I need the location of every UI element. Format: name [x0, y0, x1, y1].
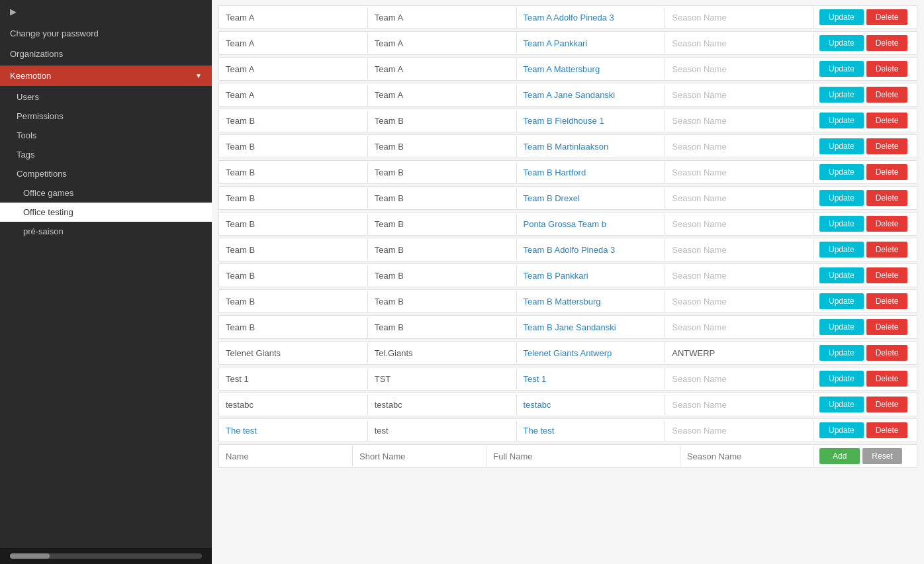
- update-button[interactable]: Update: [819, 87, 864, 103]
- row-name: testabc: [219, 395, 368, 415]
- delete-button[interactable]: Delete: [866, 371, 908, 387]
- row-actions: Update Delete: [814, 367, 917, 390]
- row-actions: Update Delete: [814, 32, 917, 54]
- update-button[interactable]: Update: [819, 138, 864, 154]
- row-season: Season Name: [665, 59, 814, 79]
- row-actions: Update Delete: [814, 238, 917, 261]
- sidebar-item-tools[interactable]: Tools: [0, 126, 212, 145]
- row-actions: Update Delete: [814, 58, 917, 80]
- row-short: Team A: [368, 33, 517, 54]
- table-row: Team A Team A Team A Jane Sandanski Seas…: [218, 83, 917, 107]
- row-full[interactable]: Team B Pankkari: [517, 265, 666, 286]
- add-short-input[interactable]: [353, 446, 486, 467]
- keemotion-org-item[interactable]: Keemotion ▼: [0, 66, 212, 86]
- delete-button[interactable]: Delete: [866, 267, 908, 283]
- row-full[interactable]: The test: [517, 420, 666, 441]
- sidebar-item-competitions[interactable]: Competitions: [0, 164, 212, 183]
- row-season: Season Name: [665, 420, 814, 441]
- row-actions: Update Delete: [814, 264, 917, 287]
- row-actions: Update Delete: [814, 316, 917, 338]
- add-button[interactable]: Add: [819, 448, 860, 464]
- row-season: Season Name: [665, 85, 814, 105]
- add-season-input[interactable]: [680, 446, 814, 467]
- update-button[interactable]: Update: [819, 371, 864, 387]
- delete-button[interactable]: Delete: [866, 138, 908, 154]
- update-button[interactable]: Update: [819, 9, 864, 25]
- sidebar-subitem-office-games[interactable]: Office games: [0, 183, 212, 203]
- row-season: Season Name: [665, 369, 814, 389]
- row-actions: Update Delete: [814, 342, 917, 364]
- update-button[interactable]: Update: [819, 61, 864, 77]
- delete-button[interactable]: Delete: [866, 87, 908, 103]
- delete-button[interactable]: Delete: [866, 190, 908, 206]
- delete-button[interactable]: Delete: [866, 164, 908, 180]
- update-button[interactable]: Update: [819, 242, 864, 258]
- update-button[interactable]: Update: [819, 216, 864, 232]
- organizations-link[interactable]: Organizations: [0, 44, 212, 64]
- row-season: Season Name: [665, 7, 814, 28]
- table-row: Team A Team A Team A Mattersburg Season …: [218, 57, 917, 81]
- sidebar-item-users[interactable]: Users: [0, 87, 212, 107]
- update-button[interactable]: Update: [819, 190, 864, 206]
- update-button[interactable]: Update: [819, 319, 864, 335]
- delete-button[interactable]: Delete: [866, 242, 908, 258]
- row-short: Team B: [368, 111, 517, 131]
- delete-button[interactable]: Delete: [866, 293, 908, 309]
- sidebar-subitem-pre-saison[interactable]: pré-saison: [0, 222, 212, 241]
- update-button[interactable]: Update: [819, 35, 864, 51]
- row-full[interactable]: Team A Pankkari: [517, 33, 666, 54]
- row-name: Team B: [219, 136, 368, 157]
- table-row: Team B Team B Team B Martinlaakson Seaso…: [218, 134, 917, 158]
- row-full[interactable]: Team A Adolfo Pineda 3: [517, 7, 666, 28]
- table-row: testabc testabc testabc Season Name Upda…: [218, 393, 917, 416]
- update-button[interactable]: Update: [819, 345, 864, 361]
- row-season: Season Name: [665, 188, 814, 209]
- update-button[interactable]: Update: [819, 164, 864, 180]
- row-actions: Update Delete: [814, 6, 917, 28]
- table-row: The test test The test Season Name Updat…: [218, 418, 917, 442]
- row-full[interactable]: Telenet Giants Antwerp: [517, 343, 666, 363]
- add-full-input[interactable]: [486, 446, 680, 467]
- row-full[interactable]: Team A Mattersburg: [517, 59, 666, 79]
- delete-button[interactable]: Delete: [866, 113, 908, 128]
- row-full[interactable]: Team A Jane Sandanski: [517, 85, 666, 105]
- row-full[interactable]: Team B Hartford: [517, 162, 666, 183]
- delete-button[interactable]: Delete: [866, 397, 908, 412]
- row-full[interactable]: Team B Mattersburg: [517, 291, 666, 312]
- row-name: Team A: [219, 59, 368, 79]
- delete-button[interactable]: Delete: [866, 9, 908, 25]
- update-button[interactable]: Update: [819, 422, 864, 438]
- update-button[interactable]: Update: [819, 113, 864, 128]
- update-button[interactable]: Update: [819, 293, 864, 309]
- row-full[interactable]: Team B Fieldhouse 1: [517, 111, 666, 131]
- delete-button[interactable]: Delete: [866, 61, 908, 77]
- keemotion-arrow-icon: ▼: [195, 72, 202, 79]
- update-button[interactable]: Update: [819, 267, 864, 283]
- row-full[interactable]: Test 1: [517, 369, 666, 389]
- row-short: Team B: [368, 188, 517, 209]
- delete-button[interactable]: Delete: [866, 422, 908, 438]
- cursor-area: ▶: [0, 0, 212, 23]
- row-full[interactable]: Team B Adolfo Pineda 3: [517, 240, 666, 260]
- row-full[interactable]: Ponta Grossa Team b: [517, 214, 666, 234]
- reset-button[interactable]: Reset: [862, 448, 901, 464]
- table-row: Team B Team B Team B Jane Sandanski Seas…: [218, 315, 917, 339]
- row-full[interactable]: Team B Drexel: [517, 188, 666, 209]
- row-full[interactable]: Team B Jane Sandanski: [517, 317, 666, 338]
- row-season: Season Name: [665, 317, 814, 338]
- delete-button[interactable]: Delete: [866, 319, 908, 335]
- sidebar-item-permissions[interactable]: Permissions: [0, 107, 212, 126]
- row-full[interactable]: testabc: [517, 395, 666, 415]
- row-short: Team B: [368, 136, 517, 157]
- delete-button[interactable]: Delete: [866, 216, 908, 232]
- add-name-input[interactable]: [219, 446, 353, 467]
- sidebar-subitem-office-testing[interactable]: Office testing: [0, 203, 212, 222]
- delete-button[interactable]: Delete: [866, 345, 908, 361]
- delete-button[interactable]: Delete: [866, 35, 908, 51]
- row-full[interactable]: Team B Martinlaakson: [517, 136, 666, 157]
- table-row: Team A Team A Team A Adolfo Pineda 3 Sea…: [218, 5, 917, 29]
- scrollbar-thumb[interactable]: [10, 553, 50, 559]
- change-password-link[interactable]: Change your password: [0, 23, 212, 44]
- update-button[interactable]: Update: [819, 397, 864, 412]
- sidebar-item-tags[interactable]: Tags: [0, 145, 212, 164]
